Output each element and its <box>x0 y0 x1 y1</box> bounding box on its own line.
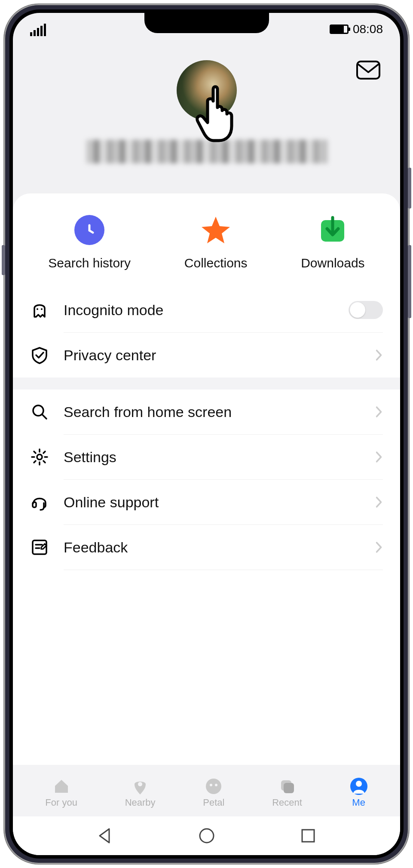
nav-recent-button[interactable] <box>299 826 318 845</box>
svg-rect-7 <box>33 502 36 507</box>
main-card: Search history Collections <box>13 193 400 765</box>
row-label: Privacy center <box>64 347 361 364</box>
row-label: Search from home screen <box>64 404 361 420</box>
tab-label: For you <box>45 797 77 808</box>
row-privacy-center[interactable]: Privacy center <box>13 333 400 377</box>
side-button <box>408 245 411 318</box>
nav-back-button[interactable] <box>95 826 114 845</box>
settings-list: Incognito mode Privacy center <box>13 288 400 570</box>
row-label: Feedback <box>64 539 361 556</box>
row-incognito-mode[interactable]: Incognito mode <box>13 288 400 332</box>
download-icon <box>318 215 348 245</box>
search-icon <box>30 402 49 421</box>
svg-point-6 <box>37 454 42 460</box>
headset-icon <box>30 493 49 512</box>
svg-point-12 <box>215 784 217 786</box>
signal-icon <box>30 24 46 36</box>
svg-rect-14 <box>284 783 294 793</box>
tab-me[interactable]: Me <box>350 777 368 808</box>
shield-icon <box>30 346 49 365</box>
chevron-right-icon <box>375 541 383 554</box>
gear-icon <box>30 448 49 466</box>
svg-point-16 <box>356 781 362 787</box>
ghost-icon <box>30 301 49 319</box>
status-time: 08:08 <box>353 22 383 36</box>
messages-button[interactable] <box>356 60 381 80</box>
row-label: Online support <box>64 494 361 511</box>
svg-point-4 <box>41 308 43 310</box>
side-button <box>2 245 5 275</box>
divider <box>64 570 383 570</box>
section-gap <box>13 377 400 390</box>
svg-point-10 <box>206 779 221 794</box>
tab-petal[interactable]: Petal <box>203 777 224 808</box>
svg-point-17 <box>200 829 214 843</box>
tile-collections[interactable]: Collections <box>184 215 248 270</box>
tile-label: Downloads <box>301 256 364 270</box>
tile-label: Collections <box>184 256 248 270</box>
svg-rect-0 <box>357 61 379 79</box>
system-nav-bar <box>13 816 400 855</box>
nav-home-button[interactable] <box>197 826 216 845</box>
tile-downloads[interactable]: Downloads <box>301 215 364 270</box>
svg-rect-18 <box>302 830 314 842</box>
home-icon <box>52 777 70 795</box>
pointer-hand-icon <box>194 84 241 144</box>
chevron-right-icon <box>375 496 383 509</box>
notch <box>144 9 269 33</box>
tab-label: Petal <box>203 797 224 808</box>
tab-label: Me <box>352 797 365 808</box>
svg-point-3 <box>37 308 38 310</box>
row-label: Settings <box>64 449 361 466</box>
pin-icon <box>131 777 149 795</box>
tile-search-history[interactable]: Search history <box>48 215 131 270</box>
row-online-support[interactable]: Online support <box>13 480 400 524</box>
bottom-tab-bar: For you Nearby Petal <box>13 765 400 816</box>
tab-nearby[interactable]: Nearby <box>125 777 156 808</box>
tab-label: Recent <box>272 797 302 808</box>
stack-icon <box>278 777 296 795</box>
row-search-home-screen[interactable]: Search from home screen <box>13 390 400 434</box>
star-icon <box>201 215 231 245</box>
chevron-right-icon <box>375 451 383 463</box>
battery-icon <box>330 25 349 34</box>
svg-point-9 <box>138 782 142 786</box>
row-label: Incognito mode <box>64 302 334 319</box>
row-settings[interactable]: Settings <box>13 435 400 479</box>
incognito-toggle[interactable] <box>349 301 383 319</box>
profile-header <box>13 39 400 193</box>
person-icon <box>350 777 368 795</box>
chevron-right-icon <box>375 405 383 418</box>
avatar-button[interactable] <box>177 60 237 120</box>
tile-label: Search history <box>48 256 131 270</box>
quick-tiles: Search history Collections <box>13 193 400 288</box>
feedback-icon <box>30 538 49 557</box>
clock-icon <box>74 215 104 245</box>
tab-recent[interactable]: Recent <box>272 777 302 808</box>
row-feedback[interactable]: Feedback <box>13 525 400 570</box>
tab-label: Nearby <box>125 797 156 808</box>
chevron-right-icon <box>375 349 383 362</box>
tab-for-you[interactable]: For you <box>45 777 77 808</box>
side-button <box>408 168 411 209</box>
svg-point-11 <box>210 784 212 786</box>
phone-frame: 08:08 <box>4 4 409 864</box>
face-icon <box>205 777 223 795</box>
